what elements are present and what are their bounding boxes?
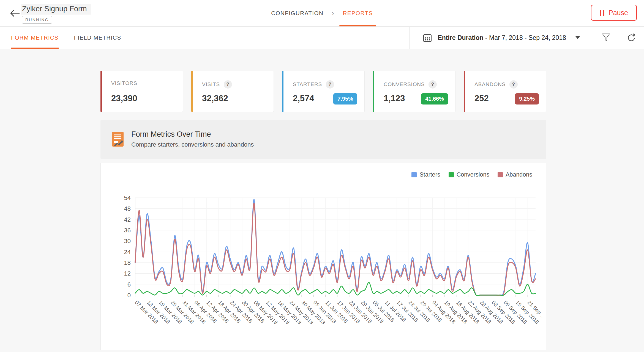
date-range-picker[interactable]: Entire Duration - Mar 7, 2018 - Sep 24, … [409, 27, 593, 49]
help-icon[interactable]: ? [326, 80, 334, 89]
pause-button-label: Pause [608, 9, 628, 17]
svg-text:36: 36 [124, 227, 131, 234]
section-subtitle: Compare starters, conversions and abando… [131, 141, 254, 148]
section-banner: Form Metrics Over Time Compare starters,… [100, 120, 546, 159]
svg-text:54: 54 [124, 194, 131, 201]
date-range-value: Mar 7, 2018 - Sep 24, 2018 [487, 34, 566, 41]
card-label: VISITS [202, 81, 220, 87]
svg-text:0: 0 [127, 292, 131, 299]
refresh-icon [627, 33, 636, 42]
card-label: VISITORS [111, 80, 137, 86]
card-label: CONVERSIONS [384, 81, 425, 87]
svg-text:12: 12 [124, 270, 131, 277]
breadcrumb-reports[interactable]: REPORTS [343, 0, 373, 26]
card-label: STARTERS [293, 81, 322, 87]
date-range-label: Entire Duration - Mar 7, 2018 - Sep 24, … [438, 34, 566, 42]
top-header: Zylker Signup Form RUNNING CONFIGURATION… [0, 0, 644, 27]
help-icon[interactable]: ? [429, 80, 437, 89]
report-document-icon [112, 132, 126, 148]
svg-text:48: 48 [124, 205, 131, 212]
card-conversions: CONVERSIONS ? 1,123 41.66% [373, 71, 455, 112]
card-value: 23,390 [111, 94, 137, 103]
section-title: Form Metrics Over Time [131, 130, 211, 139]
card-value: 32,362 [202, 94, 228, 103]
pause-icon [600, 10, 604, 16]
percentage-badge: 41.66% [421, 93, 448, 105]
chart-card: Starters Conversions Abandons 0612182430… [100, 163, 546, 350]
card-visits: VISITS ? 32,362 [191, 71, 274, 112]
svg-text:42: 42 [124, 216, 131, 223]
pause-button[interactable]: Pause [591, 5, 637, 21]
svg-text:6: 6 [127, 281, 131, 288]
help-icon[interactable]: ? [224, 80, 232, 89]
card-value: 2,574 [293, 94, 314, 103]
chevron-right-icon: › [332, 0, 334, 26]
card-starters: STARTERS ? 2,574 7.95% [282, 71, 365, 112]
metric-cards-row: VISITORS 23,390 VISITS ? 32,362 STARTERS… [100, 71, 546, 112]
tab-form-metrics[interactable]: FORM METRICS [11, 27, 59, 49]
report-toolbar: Entire Duration - Mar 7, 2018 - Sep 24, … [409, 27, 644, 49]
breadcrumb-configuration[interactable]: CONFIGURATION [271, 0, 323, 26]
metrics-line-chart: 06121824303642485407 Mar 201813 Mar 2018… [101, 163, 547, 350]
filter-button[interactable] [593, 27, 619, 49]
card-label: ABANDONS [474, 81, 506, 87]
help-icon[interactable]: ? [509, 80, 518, 89]
percentage-badge: 9.25% [515, 93, 539, 105]
card-value: 1,123 [384, 94, 405, 103]
card-visitors: VISITORS 23,390 [100, 71, 183, 112]
filter-icon [602, 33, 610, 42]
back-arrow-icon[interactable] [9, 9, 20, 18]
tab-field-metrics[interactable]: FIELD METRICS [74, 27, 121, 49]
card-value: 252 [474, 94, 489, 103]
date-range-mode: Entire Duration - [438, 34, 487, 41]
card-abandons: ABANDONS ? 252 9.25% [464, 71, 546, 112]
breadcrumb: CONFIGURATION › REPORTS [271, 0, 373, 26]
calendar-icon [423, 33, 432, 42]
refresh-button[interactable] [619, 27, 644, 49]
percentage-badge: 7.95% [333, 93, 357, 105]
page-title: Zylker Signup Form [21, 4, 91, 15]
svg-text:24: 24 [124, 249, 131, 255]
metrics-tab-bar: FORM METRICS FIELD METRICS Entire Durati… [0, 27, 644, 49]
svg-text:18: 18 [124, 259, 131, 266]
chevron-down-icon [575, 36, 580, 39]
status-badge: RUNNING [22, 16, 52, 24]
svg-text:30: 30 [124, 238, 131, 244]
